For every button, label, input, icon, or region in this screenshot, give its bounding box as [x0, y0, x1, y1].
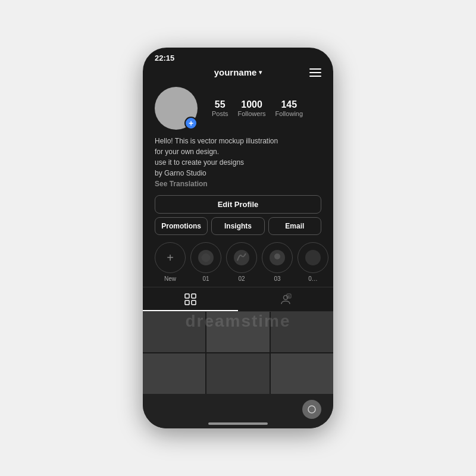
grid-icon: [184, 293, 196, 305]
followers-stat: 1000 Followers: [238, 99, 266, 117]
grid-cell-3[interactable]: [271, 312, 333, 352]
bio-section: Hello! This is vector mockup illustratio…: [155, 136, 321, 189]
story-03-icon: [268, 249, 286, 267]
svg-rect-5: [185, 294, 189, 298]
story-01-circle: [190, 242, 221, 273]
avatar-wrapper: +: [155, 87, 198, 130]
add-story-button[interactable]: +: [184, 117, 198, 130]
svg-point-4: [305, 250, 321, 265]
story-03-circle: [262, 242, 293, 273]
grid-cell-5[interactable]: [206, 353, 269, 394]
hamburger-line-1: [309, 68, 321, 70]
promotions-button[interactable]: Promotions: [155, 217, 208, 235]
grid-cell-2[interactable]: [206, 312, 269, 352]
svg-point-13: [308, 406, 315, 413]
following-label: Following: [275, 110, 303, 117]
new-story-circle: +: [155, 242, 186, 273]
svg-point-3: [274, 253, 280, 259]
followers-count: 1000: [241, 99, 262, 110]
story-04-circle: [298, 242, 328, 273]
story-02-label: 02: [238, 275, 245, 282]
time-display: 22:15: [155, 54, 174, 62]
story-01-icon: [197, 249, 215, 267]
svg-rect-7: [185, 300, 189, 305]
story-04-label: 0…: [308, 275, 318, 282]
story-01[interactable]: 01: [190, 242, 221, 282]
status-bar: 22:15: [143, 48, 333, 65]
story-new[interactable]: + New: [155, 242, 186, 282]
story-04[interactable]: 0…: [298, 242, 328, 282]
photo-grid: [143, 312, 333, 394]
hamburger-line-2: [309, 72, 321, 73]
svg-point-1: [234, 250, 249, 265]
chevron-down-icon: ▾: [259, 69, 262, 76]
see-translation-link[interactable]: See Translation: [155, 178, 321, 189]
secondary-buttons-row: Promotions Insights Email: [155, 217, 321, 235]
phone-frame: 22:15 yourname ▾ + 55 Posts: [143, 48, 333, 428]
svg-rect-8: [192, 300, 196, 305]
tab-grid[interactable]: [143, 287, 238, 311]
tab-bar: [143, 287, 333, 312]
story-02[interactable]: 02: [226, 242, 257, 282]
profile-section: + 55 Posts 1000 Followers 145 Following: [143, 82, 333, 235]
tab-tagged[interactable]: [238, 287, 333, 311]
posts-count: 55: [215, 99, 226, 110]
story-04-icon: [304, 249, 322, 267]
story-03-label: 03: [274, 275, 280, 282]
stories-row: + New 01 02: [143, 235, 333, 284]
hamburger-menu-button[interactable]: [309, 68, 321, 77]
hamburger-line-3: [309, 76, 321, 77]
svg-rect-6: [192, 294, 196, 298]
insights-button[interactable]: Insights: [211, 217, 264, 235]
bio-line-1: Hello! This is vector mockup illustratio…: [155, 136, 321, 146]
followers-label: Followers: [238, 110, 266, 117]
plus-icon: +: [167, 251, 174, 265]
story-02-circle: [226, 242, 257, 273]
top-nav: yourname ▾: [143, 65, 333, 82]
new-story-label: New: [164, 275, 176, 282]
email-button[interactable]: Email: [268, 217, 321, 235]
story-01-label: 01: [202, 275, 209, 282]
grid-cell-1[interactable]: [143, 312, 205, 352]
username-area[interactable]: yourname ▾: [214, 67, 262, 77]
person-tag-icon: [280, 293, 292, 305]
edit-profile-button[interactable]: Edit Profile: [155, 195, 321, 214]
bio-line-3: use it to create your designs: [155, 157, 321, 168]
story-02-icon: [233, 249, 250, 267]
grid-cell-6[interactable]: [271, 353, 333, 394]
story-03[interactable]: 03: [262, 242, 293, 282]
grid-cell-4[interactable]: [143, 353, 205, 394]
camera-button[interactable]: [302, 400, 321, 419]
posts-label: Posts: [212, 110, 228, 117]
camera-icon: [307, 405, 317, 414]
bio-line-2: for your own design.: [155, 146, 321, 157]
action-buttons: Edit Profile Promotions Insights Email: [155, 195, 321, 235]
following-count: 145: [281, 99, 297, 110]
profile-header: + 55 Posts 1000 Followers 145 Following: [155, 87, 321, 130]
posts-stat: 55 Posts: [212, 99, 228, 117]
bio-line-4: by Garno Studio: [155, 168, 321, 178]
following-stat: 145 Following: [275, 99, 303, 117]
home-indicator: [208, 422, 268, 425]
stats-row: 55 Posts 1000 Followers 145 Following: [212, 99, 321, 117]
username-label: yourname: [214, 67, 257, 77]
